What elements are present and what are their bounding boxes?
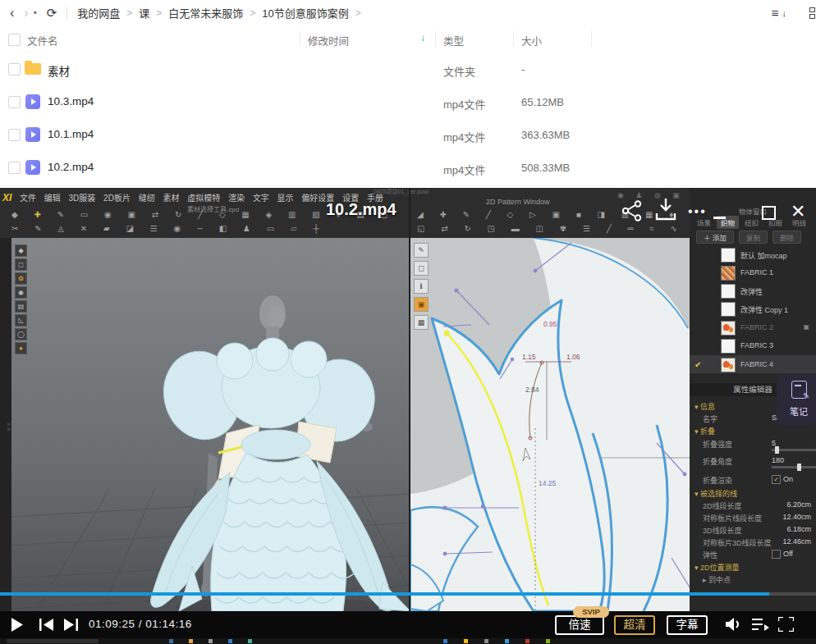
- video-file-icon: [25, 127, 40, 142]
- avatar-show-icon[interactable]: ◆: [15, 244, 27, 257]
- file-row-video[interactable]: 10.3.mp4 mp4文件 65.12MB: [0, 85, 816, 118]
- section-info[interactable]: ▾ 信息: [695, 401, 715, 412]
- history-dropdown-icon[interactable]: ▾: [34, 9, 37, 16]
- fabric-name: FABRIC 3: [740, 341, 773, 349]
- playlist-icon[interactable]: [752, 618, 769, 631]
- row-checkbox[interactable]: [8, 96, 21, 108]
- file-row-video[interactable]: 10.1.mp4 mp4文件 363.63MB: [0, 118, 816, 151]
- file-name[interactable]: 10.3.mp4: [48, 95, 94, 107]
- prop-row: 对称板片3D线段长度12.46cm: [703, 537, 811, 548]
- subtitle-button[interactable]: 字幕: [667, 615, 708, 635]
- checkbox-off[interactable]: [772, 550, 781, 559]
- delete-fabric-button[interactable]: 删除: [772, 231, 801, 244]
- breadcrumb-item-2[interactable]: 白无常未来服饰: [168, 5, 243, 21]
- copy-fabric-button[interactable]: 复制: [739, 231, 768, 244]
- section-2d-measure[interactable]: ▾ 2D位置测量: [695, 562, 740, 573]
- fabric-row-selected[interactable]: ✔ FABRIC 4: [690, 355, 816, 373]
- fabric-row[interactable]: 改弹性 Copy 1: [690, 299, 816, 317]
- column-type[interactable]: 类型: [443, 33, 464, 48]
- section-selected-lines[interactable]: ▾ 被选择的线: [695, 488, 737, 499]
- speed-button[interactable]: 倍速: [555, 615, 604, 635]
- pattern-tool-icon[interactable]: ◻: [414, 261, 429, 276]
- mannequin-icon[interactable]: ◯: [15, 328, 27, 340]
- breadcrumb-item-1[interactable]: 课: [139, 5, 149, 21]
- column-size[interactable]: 大小: [521, 33, 542, 48]
- column-divider: [513, 31, 514, 47]
- fold-angle-slider[interactable]: [772, 466, 816, 468]
- sort-direction-icon[interactable]: ↓: [782, 8, 787, 18]
- cloth-icon[interactable]: ▤: [15, 300, 27, 313]
- close-button[interactable]: ✕: [791, 203, 805, 221]
- volume-icon[interactable]: [726, 617, 743, 632]
- divider: [66, 7, 67, 20]
- minimize-button[interactable]: [713, 217, 726, 219]
- md-left-dock: ≡ ≡: [0, 238, 11, 611]
- note-button[interactable]: 笔记: [777, 374, 816, 425]
- section-fold[interactable]: ▾ 折叠: [695, 426, 715, 436]
- column-modified[interactable]: 修改时间: [308, 33, 349, 48]
- breadcrumb-item-root[interactable]: 我的网盘: [77, 5, 120, 21]
- download-icon[interactable]: [655, 199, 676, 222]
- previous-button[interactable]: [39, 619, 53, 631]
- fabric-row[interactable]: 改弹性: [690, 281, 816, 299]
- maximize-button[interactable]: [762, 206, 776, 220]
- row-checkbox[interactable]: [8, 129, 21, 141]
- pen-tool-icon[interactable]: ✎: [414, 243, 429, 258]
- seek-bar[interactable]: [0, 592, 816, 596]
- time-display: 01:09:25 / 01:14:16: [89, 618, 192, 630]
- 2d-canvas: [410, 238, 690, 611]
- row-checkbox[interactable]: [8, 162, 21, 174]
- fabric-name: 改弹性: [740, 286, 763, 297]
- fabric-row[interactable]: FABRIC 2 ▣: [690, 318, 816, 336]
- more-options-icon[interactable]: •••: [688, 204, 707, 219]
- file-type: 文件夹: [443, 63, 475, 79]
- file-name[interactable]: 10.1.mp4: [48, 128, 94, 140]
- pin-icon[interactable]: ●: [15, 342, 27, 354]
- next-button[interactable]: [64, 619, 78, 631]
- tab-button[interactable]: 纽扣: [740, 216, 763, 229]
- back-button[interactable]: ‹: [10, 7, 14, 20]
- column-divider: [300, 31, 300, 47]
- add-fabric-button[interactable]: ＋ 添加: [696, 231, 734, 244]
- share-icon[interactable]: [621, 199, 644, 222]
- info-icon[interactable]: ℹ: [414, 279, 429, 294]
- avatar-icon[interactable]: ◉: [15, 286, 27, 299]
- fullscreen-icon[interactable]: [778, 617, 794, 632]
- view-grid-icon[interactable]: [809, 7, 816, 19]
- measurement-label: 0.95: [543, 320, 557, 328]
- garment-show-icon[interactable]: ◻: [15, 258, 27, 271]
- row-checkbox[interactable]: [8, 63, 21, 75]
- sort-icon[interactable]: ≡: [772, 6, 779, 20]
- breadcrumb-separator: >: [250, 7, 255, 19]
- fabric-swatch: [721, 284, 736, 299]
- file-size: 65.12MB: [521, 96, 564, 108]
- quality-button[interactable]: 超清: [614, 615, 655, 635]
- pattern-window-title: 2D Pattern Window: [486, 198, 550, 206]
- fabric-lock-icon[interactable]: ▣: [803, 323, 809, 331]
- column-filename[interactable]: 文件名: [27, 33, 58, 48]
- forward-button[interactable]: ›: [24, 7, 28, 20]
- file-name[interactable]: 素材: [48, 62, 70, 79]
- checkbox-on[interactable]: ✓: [772, 475, 781, 484]
- play-button[interactable]: [11, 618, 23, 632]
- texture-tool-icon[interactable]: ▣: [414, 297, 429, 312]
- fabric-row[interactable]: 默认 加mocap: [690, 245, 816, 263]
- fold-strength-slider[interactable]: [772, 449, 816, 451]
- file-row-folder[interactable]: 素材 文件夹 -: [0, 53, 816, 85]
- refresh-icon[interactable]: ⟳: [47, 6, 57, 21]
- video-player-window: XI 0805项目01_der.powl 文件 编辑 3D服装 2D板片 缝纫 …: [0, 188, 816, 644]
- fabric-row[interactable]: FABRIC 1: [690, 263, 816, 281]
- prop-row-midpoint[interactable]: ▸ 到中点: [703, 574, 811, 585]
- pattern-icon[interactable]: ◺: [15, 314, 27, 327]
- fabric-row[interactable]: FABRIC 3: [690, 336, 816, 354]
- file-row-video[interactable]: 10.2.mp4 mp4文件 508.33MB: [0, 151, 816, 184]
- sort-desc-icon[interactable]: ↓: [420, 32, 425, 43]
- breadcrumb-item-3[interactable]: 10节创意服饰案例: [262, 5, 348, 21]
- file-name[interactable]: 10.2.mp4: [48, 161, 94, 173]
- file-type: mp4文件: [443, 96, 485, 112]
- prop-row-fold-strength: 折叠强度 5 ✎: [703, 439, 811, 450]
- select-all-checkbox[interactable]: [8, 34, 21, 46]
- fabric-name: 改弹性 Copy 1: [740, 304, 788, 315]
- grid-tool-icon[interactable]: ▦: [414, 315, 429, 330]
- gear-icon[interactable]: ✿: [15, 272, 27, 285]
